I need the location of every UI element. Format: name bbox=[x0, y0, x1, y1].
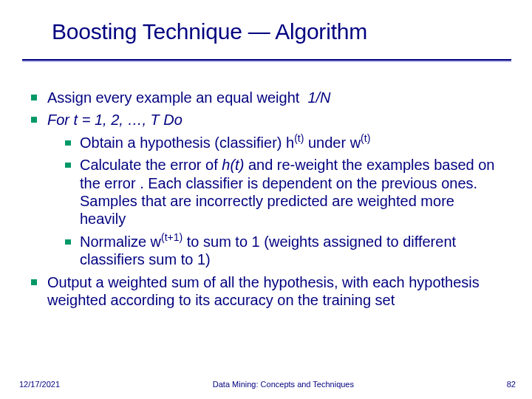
square-bullet-icon bbox=[31, 117, 37, 123]
bullet-text: For t = 1, 2, …, T Do bbox=[47, 111, 504, 129]
sub-bullet-item: Obtain a hypothesis (classifier) h(t) un… bbox=[31, 134, 504, 151]
slide-title: Boosting Technique — Algorithm bbox=[52, 19, 502, 44]
bullet-text: Output a weighted sum of all the hypothe… bbox=[47, 273, 504, 310]
bullet-text: Assign every example an equal weight 1/N bbox=[47, 89, 504, 106]
footer-page: 82 bbox=[507, 380, 516, 389]
bullet-text: Normalize w(t+1) to sum to 1 (weights as… bbox=[80, 233, 504, 269]
square-bullet-icon bbox=[65, 163, 71, 168]
body-content: Assign every example an equal weight 1/N… bbox=[31, 89, 504, 313]
bullet-item: Output a weighted sum of all the hypothe… bbox=[31, 273, 504, 310]
bullet-text: Obtain a hypothesis (classifier) h(t) un… bbox=[80, 134, 504, 151]
square-bullet-icon bbox=[65, 140, 71, 146]
square-bullet-icon bbox=[31, 95, 37, 100]
sub-bullet-item: Normalize w(t+1) to sum to 1 (weights as… bbox=[31, 233, 504, 269]
bullet-item: For t = 1, 2, …, T Do bbox=[31, 111, 504, 129]
square-bullet-icon bbox=[65, 239, 71, 245]
footer-center: Data Mining: Concepts and Techniques bbox=[60, 380, 507, 389]
sub-bullet-item: Calculate the error of h(t) and re-weigh… bbox=[31, 156, 504, 228]
bullet-item: Assign every example an equal weight 1/N bbox=[31, 89, 504, 106]
bullet-text: Calculate the error of h(t) and re-weigh… bbox=[80, 156, 504, 228]
square-bullet-icon bbox=[31, 279, 37, 285]
title-rule bbox=[22, 59, 511, 62]
footer-date: 12/17/2021 bbox=[19, 380, 60, 389]
footer: 12/17/2021 Data Mining: Concepts and Tec… bbox=[19, 380, 516, 389]
